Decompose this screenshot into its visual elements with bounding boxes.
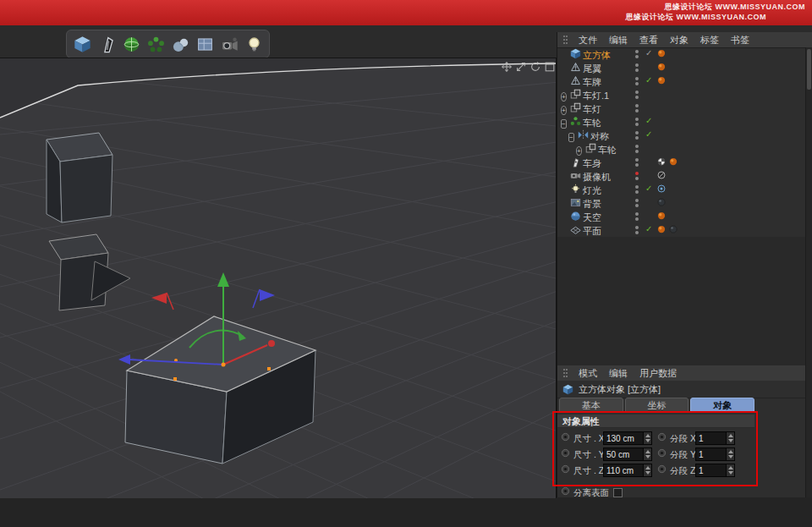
visibility-toggles[interactable] [635, 145, 639, 153]
attribute-manager-menu-item-0[interactable]: 模式 [573, 367, 603, 380]
tree-expander-icon[interactable]: + [576, 145, 582, 155]
menubar-grip-icon[interactable] [563, 369, 565, 371]
viewport-3d[interactable] [0, 58, 557, 498]
tag-icons[interactable] [656, 197, 667, 207]
stepper-icon[interactable] [643, 464, 651, 476]
scrollbar-thumb[interactable] [807, 49, 811, 90]
segments-input-field[interactable] [696, 448, 726, 460]
size-input-field[interactable] [604, 448, 643, 460]
stepper-icon[interactable] [643, 448, 651, 460]
tag-icons[interactable] [656, 224, 678, 234]
visibility-toggles[interactable] [635, 199, 639, 207]
object-label[interactable]: 灯光 [583, 184, 601, 197]
visibility-toggles[interactable] [635, 77, 639, 85]
stepper-icon[interactable] [726, 448, 734, 460]
segments-input-2[interactable] [695, 464, 735, 477]
object-label[interactable]: 车灯.1 [583, 90, 609, 102]
object-label[interactable]: 平面 [583, 225, 601, 238]
size-input-field[interactable] [604, 464, 643, 476]
menubar-grip-icon[interactable] [563, 36, 565, 37]
object-manager-menu-item-3[interactable]: 对象 [664, 34, 694, 47]
tree-expander-icon[interactable]: + [561, 91, 567, 101]
visibility-toggles[interactable] [635, 131, 639, 140]
tree-row-9[interactable]: 摄像机 [557, 169, 806, 183]
subdiv-tool-button[interactable] [120, 33, 142, 55]
attribute-manager-menu-item-1[interactable]: 编辑 [603, 367, 634, 380]
object-label[interactable]: 车身 [583, 157, 601, 170]
object-label[interactable]: 摄像机 [583, 171, 611, 184]
tree-row-13[interactable]: 平面✓ [557, 223, 806, 237]
visibility-toggles[interactable] [635, 212, 639, 221]
object-label[interactable]: 对称 [590, 130, 609, 143]
separate-surfaces-checkbox[interactable] [613, 488, 623, 497]
enabled-check-icon[interactable]: ✓ [645, 116, 652, 125]
object-manager-menu-item-4[interactable]: 标签 [694, 34, 725, 47]
tag-icons[interactable] [656, 62, 667, 72]
segments-input-field[interactable] [696, 464, 726, 476]
enabled-check-icon[interactable]: ✓ [645, 184, 652, 193]
move-icon[interactable] [501, 61, 513, 73]
object-manager-menu-item-1[interactable]: 编辑 [603, 34, 634, 47]
array-tool-button[interactable] [145, 33, 167, 55]
tag-icons[interactable] [656, 156, 678, 167]
object-label[interactable]: 车灯 [583, 103, 601, 116]
stepper-icon[interactable] [726, 464, 734, 476]
maximize-icon[interactable] [544, 61, 556, 73]
tree-row-11[interactable]: 背景 [557, 196, 806, 210]
tag-icons[interactable] [656, 75, 667, 85]
tag-icons[interactable] [656, 211, 667, 221]
segments-input-1[interactable] [695, 447, 735, 461]
enabled-check-icon[interactable]: ✓ [645, 48, 652, 58]
visibility-toggles[interactable] [635, 63, 639, 72]
object-label[interactable]: 尾翼 [583, 63, 601, 75]
size-input-2[interactable] [603, 464, 652, 477]
tree-row-7[interactable]: +车轮 [557, 142, 806, 156]
camera-tool-button[interactable] [218, 33, 240, 55]
object-label[interactable]: 立方体 [583, 49, 611, 62]
tree-expander-icon[interactable]: − [568, 131, 574, 141]
object-label[interactable]: 天空 [583, 211, 601, 224]
visibility-toggles[interactable] [635, 50, 639, 58]
pen-tool-button[interactable] [96, 33, 118, 55]
tab-0[interactable]: 基本 [559, 398, 623, 413]
tag-icons[interactable] [656, 184, 667, 194]
object-manager-menu-item-0[interactable]: 文件 [573, 34, 603, 47]
rotate-icon[interactable] [529, 61, 541, 73]
enabled-check-icon[interactable]: ✓ [645, 129, 652, 139]
segments-input-field[interactable] [696, 432, 726, 444]
tree-row-10[interactable]: 灯光✓ [557, 183, 806, 196]
tree-row-0[interactable]: 立方体✓ [557, 47, 806, 61]
scale-icon[interactable] [515, 61, 527, 73]
object-manager-menu-item-2[interactable]: 查看 [634, 34, 664, 47]
tree-row-1[interactable]: 尾翼 [557, 61, 806, 74]
object-label[interactable]: 背景 [583, 198, 601, 211]
tree-row-3[interactable]: +车灯.1 [557, 88, 806, 102]
tree-expander-icon[interactable]: + [561, 104, 567, 114]
visibility-toggles[interactable] [635, 172, 639, 180]
size-input-0[interactable] [603, 431, 652, 445]
visibility-toggles[interactable] [635, 226, 639, 234]
size-input-field[interactable] [604, 432, 643, 444]
object-label[interactable]: 车轮 [598, 144, 617, 156]
visibility-toggles[interactable] [635, 91, 639, 99]
segments-input-0[interactable] [695, 431, 735, 445]
object-label[interactable]: 车牌 [583, 76, 601, 89]
visibility-toggles[interactable] [635, 104, 639, 113]
visibility-toggles[interactable] [635, 118, 639, 126]
cube-tool-button[interactable] [71, 33, 93, 55]
tree-row-12[interactable]: 天空 [557, 210, 806, 223]
tag-icons[interactable] [656, 48, 667, 58]
metaball-tool-button[interactable] [169, 33, 191, 55]
enabled-check-icon[interactable]: ✓ [645, 75, 652, 85]
floor-tool-button[interactable] [194, 33, 216, 55]
visibility-toggles[interactable] [635, 158, 639, 167]
tab-2[interactable]: 对象 [690, 398, 754, 413]
stepper-icon[interactable] [643, 432, 651, 444]
size-input-1[interactable] [603, 447, 652, 461]
tree-row-4[interactable]: +车灯 [557, 102, 806, 115]
tree-row-6[interactable]: −对称✓ [557, 129, 806, 142]
object-manager-menu-item-5[interactable]: 书签 [725, 34, 755, 47]
panel-scrollbar[interactable] [805, 47, 812, 497]
tree-row-8[interactable]: 车身 [557, 156, 806, 169]
object-label[interactable]: 车轮 [583, 117, 601, 129]
